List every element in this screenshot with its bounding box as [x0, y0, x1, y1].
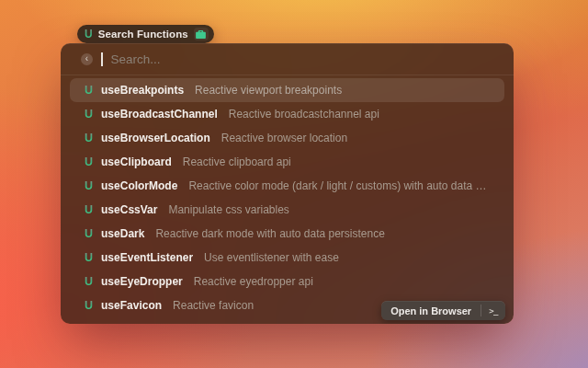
- list-item[interactable]: U useColorMode Reactive color mode (dark…: [70, 174, 504, 198]
- function-description: Reactive clipboard api: [183, 155, 291, 168]
- list-item[interactable]: U useEyeDropper Reactive eyedropper api: [70, 270, 504, 293]
- vueuse-logo-icon: U: [85, 132, 93, 144]
- function-description: Reactive color mode (dark / light / cust…: [188, 179, 490, 192]
- store-icon: [194, 28, 209, 40]
- vueuse-logo-icon: U: [85, 252, 93, 264]
- open-in-browser-label: Open in Browser: [381, 305, 481, 316]
- search-input[interactable]: [111, 52, 502, 66]
- list-item[interactable]: U useBroadcastChannel Reactive broadcast…: [70, 102, 504, 126]
- list-item[interactable]: U useBreakpoints Reactive viewport break…: [70, 78, 504, 102]
- function-name: useBroadcastChannel: [101, 108, 218, 121]
- desktop-background: U Search Functions ‹ U useBreakpoints Re…: [0, 0, 588, 368]
- open-in-browser-button[interactable]: Open in Browser >_: [381, 301, 505, 320]
- chevron-left-icon: ‹: [85, 53, 88, 64]
- function-description: Reactive broadcastchannel api: [229, 108, 379, 121]
- window-title: Search Functions: [98, 29, 188, 40]
- list-item[interactable]: U useBrowserLocation Reactive browser lo…: [70, 126, 504, 150]
- function-description: Manipulate css variables: [168, 203, 288, 216]
- vueuse-logo-icon: U: [85, 85, 93, 97]
- function-list: U useBreakpoints Reactive viewport break…: [61, 75, 514, 324]
- list-item[interactable]: U useClipboard Reactive clipboard api: [70, 150, 504, 174]
- vueuse-logo-icon: U: [85, 276, 93, 288]
- function-description: Reactive favicon: [173, 299, 254, 312]
- function-name: useEyeDropper: [101, 275, 183, 288]
- function-name: useColorMode: [101, 179, 177, 192]
- vueuse-logo-icon: U: [85, 180, 93, 192]
- text-caret: [101, 52, 103, 66]
- function-name: useBrowserLocation: [101, 132, 210, 144]
- back-button[interactable]: ‹: [81, 53, 93, 65]
- function-description: Reactive fullscreen api: [187, 323, 298, 324]
- function-name: useEventListener: [101, 251, 193, 264]
- list-item[interactable]: U useCssVar Manipulate css variables: [70, 198, 504, 222]
- function-description: Reactive dark mode with auto data persis…: [155, 227, 384, 240]
- vueuse-logo-icon: U: [85, 156, 93, 168]
- vueuse-logo-icon: U: [85, 204, 93, 216]
- function-description: Reactive eyedropper api: [194, 275, 313, 288]
- function-description: Reactive browser location: [221, 132, 347, 144]
- function-description: Reactive viewport breakpoints: [195, 84, 342, 97]
- function-name: useFavicon: [101, 299, 162, 312]
- vueuse-logo-icon: U: [85, 29, 93, 40]
- vueuse-logo-icon: U: [85, 109, 93, 121]
- function-description: Use eventlistener with ease: [204, 251, 339, 264]
- command-palette: ‹ U useBreakpoints Reactive viewport bre…: [61, 43, 514, 324]
- window-title-pill[interactable]: U Search Functions: [77, 25, 214, 43]
- function-name: useClipboard: [101, 155, 172, 168]
- function-name: useBreakpoints: [101, 84, 184, 97]
- vueuse-logo-icon: U: [85, 300, 93, 312]
- function-name: useCssVar: [101, 203, 157, 216]
- vueuse-logo-icon: U: [85, 228, 93, 240]
- search-bar: ‹: [61, 43, 514, 75]
- list-item[interactable]: U useDark Reactive dark mode with auto d…: [70, 222, 504, 246]
- function-name: useDark: [101, 227, 144, 240]
- function-name: useFullscreen: [101, 323, 175, 324]
- terminal-prompt-icon: >_: [481, 306, 505, 316]
- list-item[interactable]: U useEventListener Use eventlistener wit…: [70, 246, 504, 270]
